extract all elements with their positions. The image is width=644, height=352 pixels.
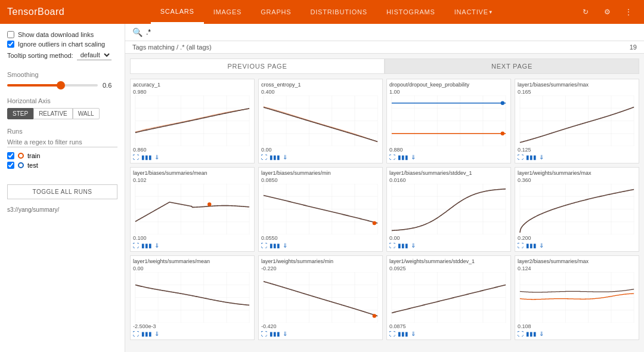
haxis-label: Horizontal Axis <box>7 97 117 104</box>
run-train-item: train <box>7 152 117 159</box>
expand-icon[interactable]: ⛶ <box>518 154 524 160</box>
data-icon[interactable]: ▮▮▮ <box>398 331 408 337</box>
download-icon[interactable]: ⇓ <box>283 154 287 160</box>
chart-card-layer2-biases-summaries-max: layer2/biases/summaries/max 0.124 0.108 … <box>515 255 639 340</box>
chart-footer: ⛶ ▮▮▮ ⇓ <box>518 242 636 249</box>
refresh-button[interactable]: ↻ <box>577 4 594 20</box>
run-test-checkbox[interactable] <box>7 162 14 169</box>
s3-path: s3://yang/summary/ <box>7 206 117 213</box>
nav-item-inactive[interactable]: INACTIVE ▼ <box>445 0 503 24</box>
sidebar: Show data download links Ignore outliers… <box>0 24 125 352</box>
tags-bar: Tags matching / .* (all tags) 19 <box>125 41 644 54</box>
chart-card-layer1-weights-summaries-min: layer1/weights/summaries/min -0.220 -0.4… <box>258 255 383 340</box>
download-icon[interactable]: ⇓ <box>154 154 159 160</box>
smoothing-slider[interactable] <box>7 84 98 87</box>
more-button[interactable]: ⋮ <box>620 4 637 20</box>
expand-icon[interactable]: ⛶ <box>389 331 395 337</box>
chart-footer: ⛶ ▮▮▮ ⇓ <box>518 154 636 160</box>
data-icon[interactable]: ▮▮▮ <box>398 242 408 249</box>
chart-area <box>518 184 636 234</box>
download-icon[interactable]: ⇓ <box>283 242 287 249</box>
ignore-outliers-checkbox[interactable] <box>7 41 14 48</box>
nav-item-images[interactable]: IMAGES <box>204 0 252 24</box>
chart-title: layer1/weights/summaries/min <box>261 258 380 264</box>
next-page-button[interactable]: NEXT PAGE <box>385 58 639 74</box>
download-icon[interactable]: ⇓ <box>154 331 159 337</box>
download-icon[interactable]: ⇓ <box>539 154 544 160</box>
expand-icon[interactable]: ⛶ <box>518 331 524 337</box>
download-icon[interactable]: ⇓ <box>411 331 416 337</box>
smoothing-row: 0.6 <box>7 82 117 89</box>
axis-step-button[interactable]: STEP <box>7 108 33 119</box>
tags-label: Tags matching / .* (all tags) <box>132 44 212 51</box>
axis-wall-button[interactable]: WALL <box>73 108 100 119</box>
download-icon[interactable]: ⇓ <box>154 242 159 249</box>
download-icon[interactable]: ⇓ <box>411 154 416 160</box>
data-icon[interactable]: ▮▮▮ <box>398 154 408 160</box>
charts-container: PREVIOUS PAGE NEXT PAGE accuracy_1 0.980… <box>125 54 644 352</box>
chart-footer: ⛶ ▮▮▮ ⇓ <box>261 331 380 337</box>
chart-card-layer1-weights-summaries-stddev_1: layer1/weights/summaries/stddev_1 0.0925… <box>386 255 511 340</box>
settings-button[interactable]: ⚙ <box>599 4 615 20</box>
runs-filter-input[interactable] <box>7 137 117 147</box>
chart-area <box>133 95 252 146</box>
chart-card-cross_entropy_1: cross_entropy_1 0.400 0.00 ⛶ ▮▮▮ ⇓ <box>258 79 383 163</box>
data-icon[interactable]: ▮▮▮ <box>141 331 152 337</box>
prev-page-button[interactable]: PREVIOUS PAGE <box>130 58 385 74</box>
expand-icon[interactable]: ⛶ <box>518 242 524 249</box>
expand-icon[interactable]: ⛶ <box>389 154 395 160</box>
data-icon[interactable]: ▮▮▮ <box>141 154 152 160</box>
expand-icon[interactable]: ⛶ <box>133 331 139 337</box>
chart-footer: ⛶ ▮▮▮ ⇓ <box>261 154 380 160</box>
main-layout: Show data download links Ignore outliers… <box>0 24 644 352</box>
download-icon[interactable]: ⇓ <box>539 331 544 337</box>
tooltip-select[interactable]: default <box>77 50 112 60</box>
run-train-dot <box>18 153 24 159</box>
smoothing-section: Smoothing 0.6 <box>7 69 117 89</box>
toggle-all-button[interactable]: TOGGLE ALL RUNS <box>7 184 117 199</box>
expand-icon[interactable]: ⛶ <box>261 154 267 160</box>
expand-icon[interactable]: ⛶ <box>261 331 267 337</box>
chart-card-accuracy_1: accuracy_1 0.980 0.860 ⛶ ▮▮▮ ⇓ <box>130 79 255 163</box>
axis-buttons: STEP RELATIVE WALL <box>7 108 117 119</box>
download-icon[interactable]: ⇓ <box>283 331 287 337</box>
pagination-row: PREVIOUS PAGE NEXT PAGE <box>130 58 639 74</box>
search-input[interactable] <box>146 28 637 36</box>
chart-title: layer1/biases/summaries/max <box>518 82 636 88</box>
nav-item-histograms[interactable]: HISTOGRAMS <box>377 0 445 24</box>
run-train-checkbox[interactable] <box>7 152 14 159</box>
expand-icon[interactable]: ⛶ <box>133 154 139 160</box>
data-icon[interactable]: ▮▮▮ <box>270 331 280 337</box>
content: 🔍 Tags matching / .* (all tags) 19 PREVI… <box>125 24 644 352</box>
nav-item-graphs[interactable]: GRAPHS <box>251 0 301 24</box>
data-icon[interactable]: ▮▮▮ <box>526 154 537 160</box>
data-icon[interactable]: ▮▮▮ <box>526 242 537 249</box>
sidebar-download-section: Show data download links Ignore outliers… <box>7 31 117 60</box>
show-download-checkbox[interactable] <box>7 31 14 38</box>
chart-title: layer1/weights/summaries/mean <box>133 258 252 264</box>
chart-area <box>261 272 380 323</box>
smoothing-value: 0.6 <box>103 82 117 89</box>
chart-area <box>389 184 508 234</box>
runs-label: Runs <box>7 128 117 135</box>
data-icon[interactable]: ▮▮▮ <box>270 154 280 160</box>
chart-title: accuracy_1 <box>133 82 252 88</box>
data-icon[interactable]: ▮▮▮ <box>526 331 537 337</box>
chart-area <box>261 95 380 146</box>
download-icon[interactable]: ⇓ <box>539 242 544 249</box>
expand-icon[interactable]: ⛶ <box>389 242 395 249</box>
nav-item-scalars[interactable]: SCALARS <box>151 0 204 24</box>
smoothing-title: Smoothing <box>7 71 117 78</box>
data-icon[interactable]: ▮▮▮ <box>270 242 280 249</box>
chart-footer: ⛶ ▮▮▮ ⇓ <box>133 242 252 249</box>
chart-card-layer1-biases-summaries-max: layer1/biases/summaries/max 0.165 0.125 … <box>515 79 639 163</box>
header-actions: ↻ ⚙ ⋮ <box>577 4 637 20</box>
chart-title: layer1/weights/summaries/stddev_1 <box>389 258 508 264</box>
nav-item-distributions[interactable]: DISTRIBUTIONS <box>301 0 377 24</box>
download-icon[interactable]: ⇓ <box>411 242 416 249</box>
chart-footer: ⛶ ▮▮▮ ⇓ <box>133 154 252 160</box>
data-icon[interactable]: ▮▮▮ <box>141 242 152 249</box>
axis-relative-button[interactable]: RELATIVE <box>33 108 73 119</box>
expand-icon[interactable]: ⛶ <box>261 242 267 249</box>
expand-icon[interactable]: ⛶ <box>133 242 139 249</box>
